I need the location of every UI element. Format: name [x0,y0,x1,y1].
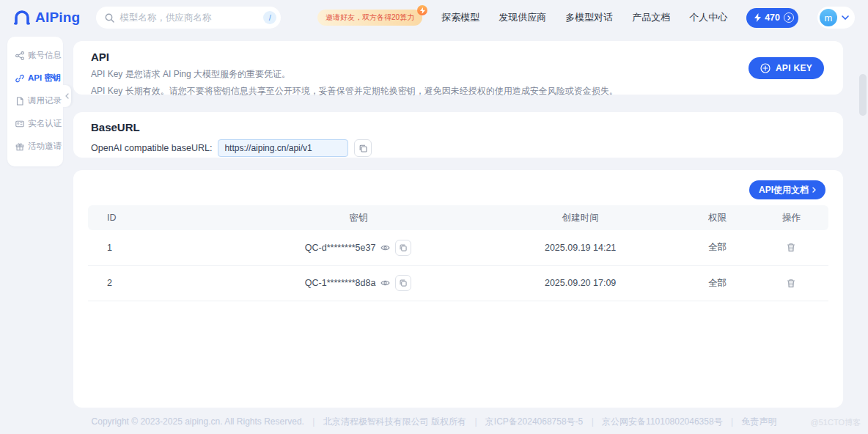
api-info-card: API API Key 是您请求 AI Ping 大模型服务的重要凭证。 API… [73,41,843,95]
api-docs-button[interactable]: API使用文档 [749,180,825,199]
file-icon [15,97,24,106]
user-menu[interactable]: m [817,7,855,29]
api-keys-table: ID 密钥 创建时间 权限 操作 1 QC-d********5e37 [88,205,828,301]
delete-key-button[interactable] [787,279,795,288]
brand-logo[interactable]: AIPing [13,10,80,26]
top-navbar: AIPing / 邀请好友，双方各得20算力 探索模型 发现供应商 多模型对话 … [0,0,868,35]
sidebar-collapse-handle[interactable] [62,85,71,107]
bolt-icon [417,5,427,15]
nav-link-explore-models[interactable]: 探索模型 [441,11,479,24]
column-header-actions: 操作 [754,205,828,230]
api-card-desc-line1: API Key 是您请求 AI Ping 大模型服务的重要凭证。 [91,68,825,80]
aiping-logo-icon [13,10,31,26]
create-api-key-label: API KEY [776,63,812,73]
share-nodes-icon [15,51,24,60]
gift-icon [15,142,24,151]
scrollbar-thumb[interactable] [859,74,867,116]
watermark: @51CTO博客 [811,417,861,428]
table-row: 1 QC-d********5e37 2025.09.19 14:2 [88,230,828,265]
footer-divider: | [592,416,594,427]
nav-link-personal-center[interactable]: 个人中心 [689,11,727,24]
cell-created-at: 2025.09.20 17:09 [480,265,680,301]
search-shortcut-badge: / [263,11,276,24]
footer-police-link[interactable]: 京公网安备11010802046358号 [602,416,723,427]
table-row: 2 QC-1********8d8a 2025.09.20 17:0 [88,265,828,301]
footer-company: 北京清程极智科技有限公司 版权所有 [323,416,466,427]
cell-id: 1 [88,230,236,265]
copy-key-button[interactable] [395,240,411,256]
search-input[interactable] [119,12,258,23]
footer-disclaimer-link[interactable]: 免责声明 [741,416,776,427]
copy-baseurl-button[interactable] [354,139,372,157]
page: AIPing / 邀请好友，双方各得20算力 探索模型 发现供应商 多模型对话 … [0,0,868,434]
table-header-row: ID 密钥 创建时间 权限 操作 [88,205,828,230]
column-header-created: 创建时间 [480,205,680,230]
reveal-key-button[interactable] [380,244,390,251]
cell-scope: 全部 [680,265,754,301]
search-icon [105,13,114,23]
api-docs-label: API使用文档 [759,184,809,196]
search-box[interactable]: / [96,7,281,29]
baseurl-card-title: BaseURL [91,121,825,133]
sidebar-item-label: 活动邀请 [28,141,62,152]
nav-link-multi-model-chat[interactable]: 多模型对话 [565,11,613,24]
sidebar-item-label: API 密钥 [28,73,61,84]
baseurl-card: BaseURL OpenAI compatible baseURL: [73,112,843,158]
footer-divider: | [731,416,733,427]
footer-divider: | [474,416,477,427]
id-card-icon [15,119,24,128]
chevron-right-icon [812,187,816,193]
sidebar-item-api-keys[interactable]: API 密钥 [7,67,63,89]
baseurl-label: OpenAI compatible baseURL: [91,143,212,153]
invite-promo-badge[interactable]: 邀请好友，双方各得20算力 [317,10,422,26]
plus-circle-icon [760,63,770,73]
sidebar-item-account-info[interactable]: 账号信息 [7,44,63,67]
chevron-right-icon [784,12,794,23]
credits-button[interactable]: 470 [746,8,798,28]
api-card-desc-line2: API Key 长期有效。请您不要将密钥信息共享至公开环境，妥善保管并定期轮换密… [91,85,825,97]
sidebar: 账号信息 API 密钥 调用记录 实名认证 活动邀请 [7,37,63,166]
masked-key: QC-d********5e37 [305,243,376,253]
baseurl-input[interactable] [218,139,348,157]
sidebar-item-label: 实名认证 [28,118,62,129]
footer-icp-link[interactable]: 京ICP备2024068758号-5 [485,416,583,427]
footer: Copyright © 2023-2025 aiping.cn. All Rig… [0,416,868,428]
cell-id: 2 [88,265,236,301]
primary-nav: 探索模型 发现供应商 多模型对话 产品文档 个人中心 [441,11,727,24]
nav-link-product-docs[interactable]: 产品文档 [632,11,670,24]
avatar: m [820,9,837,26]
nav-link-providers[interactable]: 发现供应商 [499,11,546,24]
credits-count: 470 [765,12,780,23]
reveal-key-button[interactable] [380,279,390,287]
create-api-key-button[interactable]: API KEY [749,57,824,79]
column-header-scope: 权限 [680,205,754,230]
sidebar-item-activity-invite[interactable]: 活动邀请 [7,135,63,158]
brand-name: AIPing [35,10,80,26]
delete-key-button[interactable] [787,243,795,252]
api-card-title: API [91,51,825,63]
footer-copyright: Copyright © 2023-2025 aiping.cn. All Rig… [92,416,304,427]
bolt-icon [754,13,761,22]
sidebar-item-call-logs[interactable]: 调用记录 [7,89,63,112]
promo-text: 邀请好友，双方各得20算力 [326,13,414,21]
sidebar-item-label: 调用记录 [28,95,62,106]
chevron-down-icon [842,15,849,20]
column-header-id: ID [88,205,236,230]
cell-scope: 全部 [680,230,754,265]
sidebar-item-label: 账号信息 [28,50,62,61]
footer-divider: | [312,416,315,427]
copy-key-button[interactable] [395,275,411,291]
api-keys-table-card: API使用文档 ID 密钥 创建时间 权限 操作 1 [73,170,843,408]
masked-key: QC-1********8d8a [305,278,376,288]
cell-created-at: 2025.09.19 14:21 [480,230,680,265]
link-icon [15,74,24,83]
column-header-key: 密钥 [236,205,480,230]
sidebar-item-identity-verification[interactable]: 实名认证 [7,112,63,135]
